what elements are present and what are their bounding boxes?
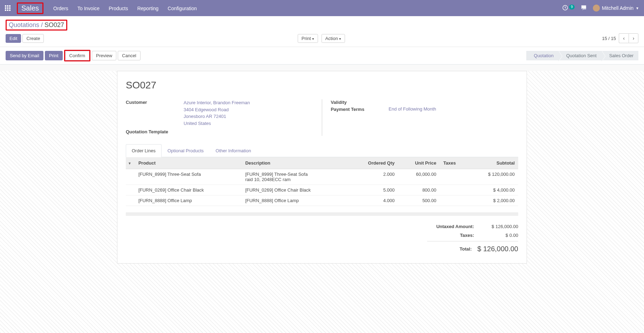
chevron-down-icon: ▼: [636, 6, 639, 10]
action-bar: Send by Email Print Confirm Preview Canc…: [0, 47, 644, 65]
breadcrumb-parent[interactable]: Quotations: [9, 21, 39, 28]
svg-rect-5: [9, 7, 11, 9]
label-validity: Validity: [331, 99, 389, 105]
top-nav: Sales Orders To Invoice Products Reporti…: [0, 0, 644, 16]
order-lines-table: ▼ Product Description Ordered Qty Unit P…: [126, 157, 518, 206]
pager-next[interactable]: ›: [629, 33, 638, 43]
menu-orders[interactable]: Orders: [53, 6, 68, 11]
svg-rect-0: [5, 5, 6, 7]
customer-name: Azure Interior, Brandon Freeman: [184, 99, 313, 106]
table-row[interactable]: [FURN_8999] Three-Seat Sofa[FURN_8999] T…: [126, 169, 518, 185]
value-untaxed: $ 126,000.00: [480, 224, 518, 229]
cell-taxes: [440, 185, 468, 195]
breadcrumb-current: SO027: [44, 21, 64, 28]
record-name: SO027: [126, 80, 518, 91]
menu-reporting[interactable]: Reporting: [137, 6, 159, 11]
col-description[interactable]: Description: [242, 157, 349, 169]
label-quotation-template: Quotation Template: [126, 129, 184, 134]
svg-rect-6: [5, 9, 6, 11]
col-product[interactable]: Product: [135, 157, 242, 169]
action-dropdown[interactable]: Action: [321, 34, 345, 43]
tab-order-lines[interactable]: Order Lines: [126, 144, 162, 157]
tab-optional-products[interactable]: Optional Products: [162, 144, 210, 157]
breadcrumb: Quotations / SO027: [6, 20, 67, 31]
activity-icon[interactable]: 9: [562, 5, 575, 12]
value-total: $ 126,000.00: [477, 245, 518, 253]
label-payment-terms: Payment Terms: [331, 106, 389, 112]
cell-taxes: [440, 169, 468, 185]
status-sales-order[interactable]: Sales Order: [602, 51, 638, 60]
field-customer[interactable]: Azure Interior, Brandon Freeman 3404 Edg…: [184, 99, 313, 127]
breadcrumb-sep: /: [39, 21, 44, 28]
col-subtotal[interactable]: Subtotal: [469, 157, 518, 169]
cell-product: [FURN_8888] Office Lamp: [135, 195, 242, 206]
tab-other-information[interactable]: Other Information: [210, 144, 257, 157]
label-untaxed: Untaxed Amount:: [427, 224, 474, 229]
apps-icon[interactable]: [5, 5, 11, 11]
cell-qty: 5.000: [349, 185, 398, 195]
svg-rect-7: [7, 9, 8, 11]
value-taxes: $ 0.00: [480, 233, 518, 238]
user-name: Mitchell Admin: [602, 5, 633, 11]
table-row[interactable]: [FURN_0269] Office Chair Black[FURN_0269…: [126, 185, 518, 195]
cell-subtotal: $ 2,000.00: [469, 195, 518, 206]
cell-product: [FURN_8999] Three-Seat Sofa: [135, 169, 242, 185]
cell-qty: 4.000: [349, 195, 398, 206]
menu-to-invoice[interactable]: To Invoice: [77, 6, 100, 11]
cancel-button[interactable]: Cancel: [118, 51, 140, 60]
control-bar: Quotations / SO027 Edit Create Print Act…: [0, 16, 644, 47]
separator-bar: [126, 212, 518, 216]
edit-button[interactable]: Edit: [6, 34, 21, 43]
chevron-down-icon[interactable]: ▼: [128, 161, 131, 165]
svg-rect-8: [9, 9, 11, 11]
cell-description: [FURN_0269] Office Chair Black: [242, 185, 349, 195]
print-dropdown[interactable]: Print: [298, 34, 318, 43]
print-button[interactable]: Print: [45, 51, 63, 60]
cell-taxes: [440, 195, 468, 206]
cell-product: [FURN_0269] Office Chair Black: [135, 185, 242, 195]
status-quotation-sent[interactable]: Quotation Sent: [559, 51, 602, 60]
status-bar: Quotation Quotation Sent Sales Order: [526, 51, 638, 60]
chat-icon[interactable]: [580, 4, 587, 12]
cell-price: 500.00: [398, 195, 440, 206]
table-row[interactable]: [FURN_8888] Office Lamp[FURN_8888] Offic…: [126, 195, 518, 206]
cell-subtotal: $ 120,000.00: [469, 169, 518, 185]
col-taxes[interactable]: Taxes: [440, 157, 468, 169]
preview-button[interactable]: Preview: [92, 51, 116, 60]
cell-qty: 2.000: [349, 169, 398, 185]
svg-rect-4: [7, 7, 8, 9]
col-qty[interactable]: Ordered Qty: [349, 157, 398, 169]
label-customer: Customer: [126, 99, 184, 105]
totals-block: Untaxed Amount: $ 126,000.00 Taxes: $ 0.…: [427, 222, 518, 255]
svg-rect-2: [9, 5, 11, 7]
cell-price: 60,000.00: [398, 169, 440, 185]
field-payment-terms[interactable]: End of Following Month: [389, 106, 518, 112]
pager-prev[interactable]: ‹: [619, 33, 629, 43]
svg-rect-1: [7, 5, 8, 7]
pager-text: 15 / 15: [602, 36, 616, 41]
notebook-tabs: Order Lines Optional Products Other Info…: [126, 144, 518, 157]
app-brand[interactable]: Sales: [17, 2, 43, 14]
label-total: Total:: [427, 245, 472, 253]
avatar: [593, 5, 600, 12]
confirm-button[interactable]: Confirm: [65, 51, 90, 60]
customer-addr2: Jonesboro AR 72401: [184, 113, 313, 120]
cell-description: [FURN_8888] Office Lamp: [242, 195, 349, 206]
send-email-button[interactable]: Send by Email: [6, 51, 43, 60]
user-menu[interactable]: Mitchell Admin ▼: [593, 5, 639, 12]
status-quotation[interactable]: Quotation: [526, 51, 559, 60]
customer-addr3: United States: [184, 120, 313, 127]
col-unit-price[interactable]: Unit Price: [398, 157, 440, 169]
menu-configuration[interactable]: Configuration: [168, 6, 197, 11]
customer-addr1: 3404 Edgewood Road: [184, 106, 313, 113]
main-menu: Orders To Invoice Products Reporting Con…: [53, 5, 205, 11]
cell-price: 800.00: [398, 185, 440, 195]
svg-rect-3: [5, 7, 6, 9]
cell-subtotal: $ 4,000.00: [469, 185, 518, 195]
cell-description: [FURN_8999] Three-Seat Sofaraid 10, 2048…: [242, 169, 349, 185]
form-sheet: SO027 Customer Azure Interior, Brandon F…: [117, 71, 527, 264]
label-taxes: Taxes:: [427, 233, 474, 238]
create-button[interactable]: Create: [22, 34, 44, 43]
menu-products[interactable]: Products: [109, 6, 128, 11]
activity-badge: 9: [569, 5, 575, 9]
